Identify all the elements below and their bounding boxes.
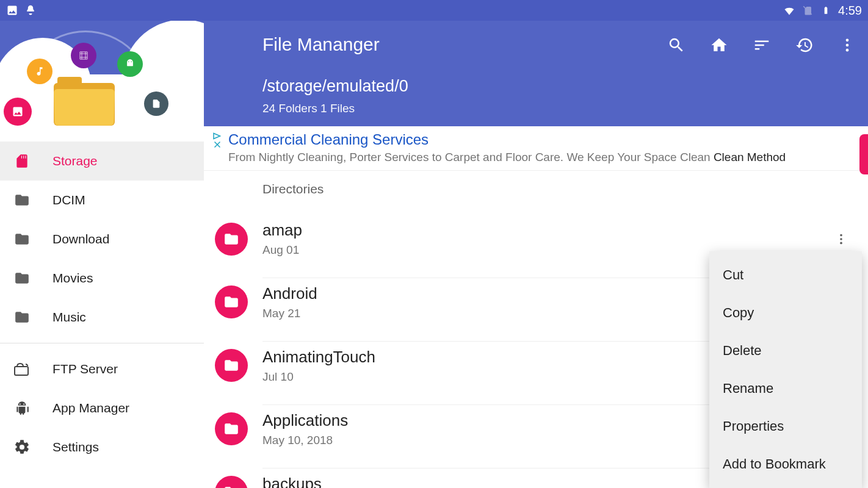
search-button[interactable] bbox=[665, 34, 687, 56]
sidebar-item-label: FTP Server bbox=[52, 362, 118, 376]
sidebar-item-label: Download bbox=[52, 232, 109, 246]
sidebar-item-dcim[interactable]: DCIM bbox=[0, 181, 204, 220]
folder-icon bbox=[13, 309, 31, 326]
no-sim-icon bbox=[801, 4, 814, 16]
svg-point-5 bbox=[846, 39, 849, 42]
status-time: 4:59 bbox=[838, 4, 862, 18]
folder-icon bbox=[215, 223, 248, 256]
main-area: File Mananger /storage/emulated/0 24 Fol… bbox=[204, 21, 868, 488]
menu-delete[interactable]: Delete bbox=[709, 332, 862, 370]
history-button[interactable] bbox=[794, 34, 816, 56]
notification-icon bbox=[24, 4, 37, 16]
menu-add-to-bookmark[interactable]: Add to Bookmark bbox=[709, 445, 862, 483]
sidebar-item-label: Settings bbox=[52, 440, 99, 454]
overflow-menu-button[interactable] bbox=[836, 34, 858, 56]
ad-banner[interactable]: Commercial Cleaning Services From Nightl… bbox=[204, 126, 868, 171]
sidebar-hero bbox=[0, 21, 204, 142]
folder-icon bbox=[13, 270, 31, 287]
menu-cut[interactable]: Cut bbox=[709, 256, 862, 294]
image-icon bbox=[6, 4, 18, 16]
folder-icon bbox=[215, 285, 248, 318]
sidebar-item-label: Storage bbox=[52, 154, 98, 168]
sd-card-icon bbox=[13, 152, 31, 170]
gear-icon bbox=[13, 439, 31, 456]
music-bubble-icon bbox=[27, 59, 52, 84]
folder-icon bbox=[13, 231, 31, 248]
sidebar-item-download[interactable]: Download bbox=[0, 220, 204, 259]
svg-point-9 bbox=[840, 238, 842, 240]
svg-point-4 bbox=[23, 403, 24, 404]
android-icon bbox=[13, 400, 31, 417]
ad-subtitle: From Nightly Cleaning, Porter Services t… bbox=[228, 151, 786, 164]
sidebar-item-label: Music bbox=[52, 310, 86, 325]
ad-close-icon[interactable] bbox=[212, 141, 222, 148]
ad-title: Commercial Cleaning Services bbox=[228, 131, 786, 148]
side-pull-tab[interactable] bbox=[859, 134, 868, 174]
app-bar: File Mananger /storage/emulated/0 24 Fol… bbox=[204, 21, 868, 126]
sidebar-item-label: DCIM bbox=[52, 193, 85, 207]
svg-point-8 bbox=[840, 234, 842, 236]
image-bubble-icon bbox=[4, 98, 32, 126]
sidebar-item-label: App Manager bbox=[52, 401, 129, 415]
folder-icon bbox=[215, 476, 248, 488]
section-directories: Directories bbox=[204, 171, 868, 207]
video-bubble-icon bbox=[71, 43, 96, 68]
sidebar-item-movies[interactable]: Movies bbox=[0, 259, 204, 298]
home-button[interactable] bbox=[708, 34, 730, 56]
svg-point-7 bbox=[846, 49, 849, 52]
folder-hero-icon bbox=[54, 77, 115, 126]
folder-icon bbox=[215, 412, 248, 445]
ftp-icon bbox=[13, 361, 31, 378]
svg-point-6 bbox=[846, 44, 849, 47]
svg-point-10 bbox=[840, 242, 842, 244]
menu-copy[interactable]: Copy bbox=[709, 294, 862, 332]
folder-icon bbox=[13, 192, 31, 209]
battery-charging-icon bbox=[820, 4, 832, 16]
svg-rect-2 bbox=[15, 367, 28, 375]
document-bubble-icon bbox=[144, 92, 168, 116]
sidebar-tool-app-manager[interactable]: App Manager bbox=[0, 389, 204, 428]
status-bar: 4:59 bbox=[0, 0, 868, 21]
current-path: /storage/emulated/0 bbox=[262, 77, 853, 96]
svg-point-1 bbox=[131, 62, 132, 63]
svg-point-0 bbox=[128, 62, 129, 63]
android-bubble-icon bbox=[117, 51, 143, 77]
sidebar-item-music[interactable]: Music bbox=[0, 298, 204, 337]
folder-name: amap bbox=[262, 221, 829, 240]
wifi-icon bbox=[783, 4, 795, 16]
menu-properties[interactable]: Properties bbox=[709, 407, 862, 445]
sidebar-item-label: Movies bbox=[52, 271, 93, 285]
sort-button[interactable] bbox=[751, 34, 773, 56]
sidebar: StorageDCIMDownloadMoviesMusic FTP Serve… bbox=[0, 21, 204, 488]
folder-summary: 24 Folders 1 Files bbox=[262, 102, 853, 115]
sidebar-item-storage[interactable]: Storage bbox=[0, 142, 204, 181]
sidebar-tool-ftp-server[interactable]: FTP Server bbox=[0, 350, 204, 389]
svg-point-3 bbox=[20, 403, 21, 404]
context-menu: CutCopyDeleteRenamePropertiesAdd to Book… bbox=[709, 251, 862, 488]
ad-play-icon bbox=[212, 132, 222, 140]
sidebar-tool-settings[interactable]: Settings bbox=[0, 428, 204, 467]
file-list[interactable]: Directories amapAug 01AndroidMay 21Anima… bbox=[204, 171, 868, 488]
folder-icon bbox=[215, 349, 248, 382]
row-more-button[interactable] bbox=[829, 227, 853, 251]
sidebar-divider bbox=[0, 343, 204, 343]
menu-rename[interactable]: Rename bbox=[709, 370, 862, 407]
